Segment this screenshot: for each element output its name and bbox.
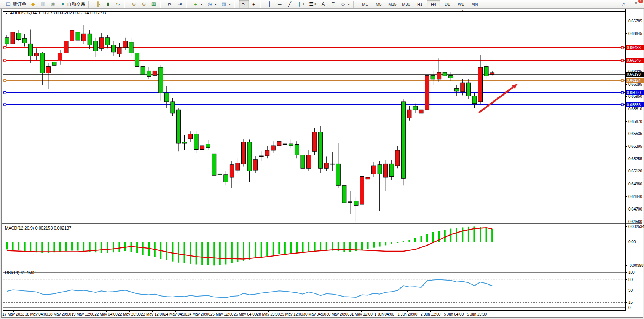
- new-order-button[interactable]: ▤新订单: [3, 0, 28, 8]
- timeframe-m1[interactable]: M1: [358, 0, 372, 8]
- zoom-in-button[interactable]: ⊕: [129, 0, 139, 8]
- zoom-out-button[interactable]: ⊖: [139, 0, 149, 8]
- price-tick: [626, 196, 627, 197]
- time-label: 17 May 2023: [2, 312, 24, 316]
- text-button[interactable]: A: [318, 0, 328, 8]
- candle-63: [378, 161, 382, 211]
- auto-trading-button[interactable]: ●自动交易: [58, 0, 87, 8]
- signals-button[interactable]: ◉: [48, 0, 58, 8]
- toolbar-separator: [88, 1, 89, 8]
- candlestick-button[interactable]: ▮: [103, 0, 113, 8]
- price-tick: [626, 109, 627, 109]
- macd-subchart[interactable]: [3, 225, 626, 268]
- indicators-button[interactable]: ＋▼: [191, 0, 205, 8]
- price-tick-label: 0.64840: [628, 194, 642, 198]
- notification-badge: 1: [638, 0, 643, 3]
- fibonacci-icon-sub: F: [314, 3, 316, 6]
- candle-54: [324, 156, 328, 171]
- trend-arrow-annotation[interactable]: [479, 84, 518, 113]
- auto-scroll-button[interactable]: ⊳: [165, 0, 175, 8]
- time-label: 5 Jun 20:00: [467, 312, 487, 316]
- search-button[interactable]: ⌕: [619, 0, 629, 8]
- ohlc-values: 0.66178 0.66202 0.66174 0.66193: [39, 11, 106, 15]
- timeframe-h1[interactable]: H1: [413, 0, 427, 8]
- chart-shift-marker-icon[interactable]: ▲: [461, 9, 464, 13]
- macd-indicator-label: MACD(12,26,9) 0.002153 0.002137: [5, 226, 71, 230]
- candle-58: [348, 191, 352, 214]
- candle-50: [301, 151, 305, 172]
- timeframe-w1[interactable]: W1: [454, 0, 468, 8]
- time-label: 30 May 04:00: [303, 312, 326, 316]
- timeframe-d1[interactable]: D1: [440, 0, 454, 8]
- price-axis[interactable]: 0.667850.666450.662250.660850.659500.658…: [626, 9, 644, 310]
- hline-0.65856[interactable]: [3, 104, 625, 106]
- terminal-button[interactable]: ▥: [38, 0, 48, 8]
- main-price-chart[interactable]: [3, 9, 626, 224]
- vertical-line-button[interactable]: │: [265, 0, 275, 8]
- cursor-button[interactable]: ↖: [239, 0, 249, 8]
- candle-0: [5, 35, 9, 47]
- time-axis[interactable]: 17 May 202318 May 04:0018 May 20:0019 Ma…: [3, 310, 626, 318]
- hline-0.66346[interactable]: [3, 59, 625, 62]
- macd-tick: [626, 242, 627, 242]
- candle-24: [147, 67, 151, 79]
- price-tick-label: 0.66645: [628, 32, 642, 36]
- auto-scroll-icon: ⊳: [167, 1, 173, 7]
- timeframe-m5[interactable]: M5: [372, 0, 386, 8]
- tile-windows-button[interactable]: ▦: [149, 0, 159, 8]
- equidistant-channel-icon-sub: E: [303, 3, 304, 6]
- timeframe-m30[interactable]: M30: [399, 0, 413, 8]
- notifications-button[interactable]: ❞1: [631, 0, 641, 8]
- rsi-subchart[interactable]: [3, 269, 626, 310]
- text-label-button[interactable]: T: [328, 0, 338, 8]
- candle-28: [171, 98, 175, 116]
- candle-32: [194, 131, 198, 153]
- hline-0.65990[interactable]: [3, 91, 625, 94]
- candle-33: [200, 141, 204, 152]
- line-chart-button[interactable]: ∿: [113, 0, 123, 8]
- timeframe-h4[interactable]: H4: [427, 0, 440, 8]
- line-handle: [621, 91, 623, 94]
- candle-78: [466, 79, 470, 99]
- periods-button[interactable]: ◷▼: [205, 0, 219, 8]
- candle-39: [236, 158, 240, 173]
- candle-7: [46, 63, 50, 89]
- templates-button[interactable]: ▧▼: [219, 0, 233, 8]
- candle-48: [289, 139, 293, 148]
- candle-53: [319, 126, 323, 173]
- candle-43: [259, 151, 263, 161]
- time-label: 31 May 12:00: [349, 312, 373, 316]
- clock-icon: ◷: [207, 1, 213, 7]
- hline-0.66124[interactable]: [3, 80, 625, 82]
- horizontal-line-button[interactable]: ─: [275, 0, 285, 8]
- price-tick: [626, 121, 627, 122]
- candlestick-icon: ▮: [105, 1, 111, 7]
- bar-chart-button[interactable]: ╟: [93, 0, 103, 8]
- arrows-button[interactable]: ◇▼: [338, 0, 352, 8]
- candle-64: [384, 160, 388, 191]
- chart-shift-button[interactable]: ⇥: [175, 0, 185, 8]
- time-label: 23 May 12:00: [141, 312, 164, 316]
- trendline-button[interactable]: ╱: [285, 0, 295, 8]
- time-label: 2 Jun 12:00: [421, 312, 440, 316]
- price-tick-label: 0.64980: [628, 182, 642, 186]
- candle-31: [188, 131, 193, 142]
- candle-23: [141, 63, 145, 81]
- candle-15: [94, 38, 98, 57]
- crosshair-button[interactable]: ＋: [249, 0, 259, 8]
- candle-14: [88, 30, 92, 49]
- fibonacci-button[interactable]: ☰F: [306, 0, 318, 8]
- gold-button[interactable]: ◆: [28, 0, 38, 8]
- timeframe-mn[interactable]: MN: [468, 0, 481, 8]
- chevron-down-icon: ▼: [214, 3, 217, 6]
- crosshair-icon: ＋: [251, 1, 257, 7]
- price-tick: [626, 84, 627, 85]
- channel-button[interactable]: ∥E: [295, 0, 306, 8]
- timeframe-m15[interactable]: M15: [386, 0, 399, 8]
- candle-52: [312, 128, 317, 155]
- price-tick-label: 0.66785: [628, 19, 642, 23]
- symbol-dropdown-icon[interactable]: ▼: [5, 12, 8, 15]
- macd-tick-label: 0.00: [628, 240, 636, 244]
- price-tick: [626, 146, 627, 147]
- price-tick: [626, 33, 627, 34]
